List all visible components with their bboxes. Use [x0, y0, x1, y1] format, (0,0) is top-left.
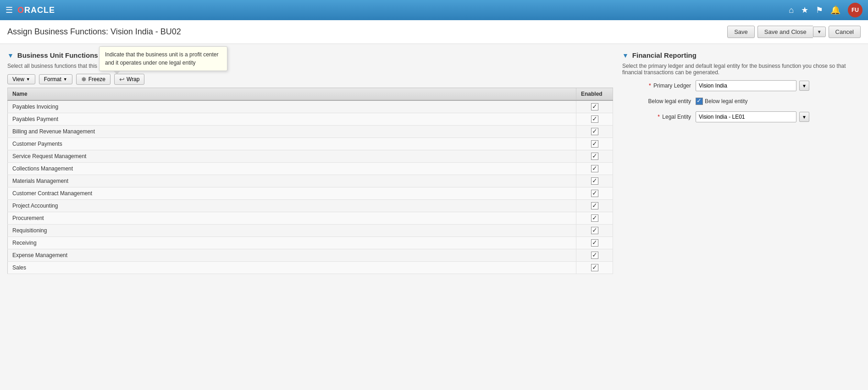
legal-entity-value: Vision India - LE01	[699, 114, 745, 120]
wrap-icon: ↩	[119, 76, 125, 83]
row-enabled-cell	[576, 100, 613, 113]
legal-entity-select[interactable]: Vision India - LE01	[696, 111, 796, 122]
right-panel: ▼ Financial Reporting Select the primary…	[622, 51, 861, 385]
table-row: Payables Invoicing	[8, 100, 613, 113]
financial-section-title: Financial Reporting	[632, 51, 697, 59]
top-navigation-bar: ☰ ORACLE ⌂ ★ ⚑ 🔔 FU	[0, 0, 868, 20]
table-row: Customer Contract Management	[8, 187, 613, 200]
table-toolbar: View ▼ Format ▼ ❅ Freeze ↩ Wrap Indicate…	[7, 74, 613, 85]
format-label: Format	[44, 76, 61, 82]
home-icon[interactable]: ⌂	[789, 5, 794, 15]
row-enabled-cell	[576, 163, 613, 175]
table-row: Materials Management	[8, 175, 613, 187]
row-enabled-checkbox[interactable]	[591, 202, 598, 209]
table-row: Collections Management	[8, 163, 613, 175]
row-enabled-cell	[576, 175, 613, 187]
row-enabled-cell	[576, 200, 613, 212]
table-row: Project Accounting	[8, 200, 613, 212]
row-name: Service Request Management	[8, 150, 576, 163]
row-name: Collections Management	[8, 163, 576, 175]
row-name: Payables Invoicing	[8, 100, 576, 113]
collapse-icon[interactable]: ▼	[7, 52, 14, 59]
row-enabled-cell	[576, 212, 613, 225]
primary-ledger-select[interactable]: Vision India	[696, 80, 796, 91]
primary-ledger-row: * Primary Ledger Vision India ▼	[622, 80, 861, 91]
legal-entity-required-star: *	[658, 114, 660, 120]
row-enabled-cell	[576, 126, 613, 138]
page-header: Assign Business Functions: Vision India …	[0, 20, 868, 44]
left-panel: ▼ Business Unit Functions Select all bus…	[7, 51, 613, 385]
below-legal-entity-row: Below legal entity Below legal entity	[622, 98, 861, 105]
financial-section-desc: Select the primary ledger and default le…	[622, 63, 861, 76]
row-enabled-checkbox[interactable]	[591, 153, 598, 160]
wrap-button[interactable]: ↩ Wrap	[114, 74, 144, 85]
legal-entity-dropdown-arrow[interactable]: ▼	[799, 112, 809, 122]
below-entity-control: Below legal entity	[696, 98, 747, 105]
row-enabled-cell	[576, 113, 613, 126]
bell-icon[interactable]: 🔔	[830, 5, 840, 15]
table-row: Service Request Management	[8, 150, 613, 163]
row-enabled-checkbox[interactable]	[591, 128, 598, 135]
flag-icon[interactable]: ⚑	[816, 5, 823, 15]
oracle-logo: ORACLE	[17, 5, 55, 15]
row-enabled-cell	[576, 187, 613, 200]
legal-entity-row: * Legal Entity Vision India - LE01 ▼	[622, 111, 861, 122]
row-name: Payables Payment	[8, 113, 576, 126]
primary-ledger-dropdown-arrow[interactable]: ▼	[799, 81, 809, 91]
row-enabled-checkbox[interactable]	[591, 227, 598, 234]
tooltip-popup: Indicate that the business unit is a pro…	[99, 46, 227, 71]
cancel-button[interactable]: Cancel	[829, 26, 861, 38]
row-enabled-checkbox[interactable]	[591, 252, 598, 259]
view-button[interactable]: View ▼	[7, 74, 35, 84]
row-enabled-checkbox[interactable]	[591, 214, 598, 222]
row-enabled-cell	[576, 150, 613, 163]
table-row: Expense Management	[8, 249, 613, 262]
freeze-icon: ❅	[81, 76, 87, 83]
financial-section-header: ▼ Financial Reporting	[622, 51, 861, 59]
top-bar-left: ☰ ORACLE	[6, 5, 55, 15]
wrap-label: Wrap	[127, 76, 139, 82]
row-enabled-checkbox[interactable]	[591, 103, 598, 110]
primary-ledger-control: Vision India ▼	[696, 80, 809, 91]
row-name: Billing and Revenue Management	[8, 126, 576, 138]
row-enabled-checkbox[interactable]	[591, 165, 598, 172]
row-enabled-checkbox[interactable]	[591, 264, 598, 271]
hamburger-menu-icon[interactable]: ☰	[6, 5, 13, 15]
row-name: Project Accounting	[8, 200, 576, 212]
view-arrow-icon: ▼	[26, 77, 30, 82]
business-unit-section-header: ▼ Business Unit Functions	[7, 51, 613, 59]
save-and-close-button[interactable]: Save and Close	[757, 26, 813, 38]
primary-ledger-value: Vision India	[699, 82, 727, 89]
save-close-dropdown-arrow[interactable]: ▼	[813, 27, 826, 37]
below-entity-checkbox[interactable]	[696, 98, 703, 105]
row-enabled-checkbox[interactable]	[591, 239, 598, 247]
user-avatar[interactable]: FU	[848, 3, 862, 17]
freeze-label: Freeze	[88, 76, 105, 82]
row-name: Customer Contract Management	[8, 187, 576, 200]
save-button[interactable]: Save	[727, 26, 755, 38]
row-enabled-checkbox[interactable]	[591, 190, 598, 197]
save-close-group: Save and Close ▼	[757, 26, 826, 38]
below-entity-checkbox-label: Below legal entity	[705, 98, 747, 104]
business-unit-section-title: Business Unit Functions	[17, 51, 98, 59]
row-name: Procurement	[8, 212, 576, 225]
row-name: Customer Payments	[8, 138, 576, 150]
row-enabled-checkbox[interactable]	[591, 115, 598, 123]
format-arrow-icon: ▼	[63, 77, 67, 82]
row-name: Requisitioning	[8, 225, 576, 237]
row-enabled-checkbox[interactable]	[591, 140, 598, 148]
freeze-button[interactable]: ❅ Freeze	[76, 74, 111, 85]
star-icon[interactable]: ★	[801, 5, 808, 15]
row-enabled-cell	[576, 249, 613, 262]
required-star: *	[649, 82, 651, 89]
row-enabled-cell	[576, 262, 613, 274]
financial-collapse-icon[interactable]: ▼	[622, 52, 629, 59]
col-enabled-header: Enabled	[576, 88, 613, 101]
row-name: Receiving	[8, 237, 576, 249]
row-name: Expense Management	[8, 249, 576, 262]
row-enabled-checkbox[interactable]	[591, 177, 598, 185]
format-button[interactable]: Format ▼	[39, 74, 72, 84]
table-row: Billing and Revenue Management	[8, 126, 613, 138]
tooltip-text: Indicate that the business unit is a pro…	[105, 51, 218, 66]
col-name-header: Name	[8, 88, 576, 101]
